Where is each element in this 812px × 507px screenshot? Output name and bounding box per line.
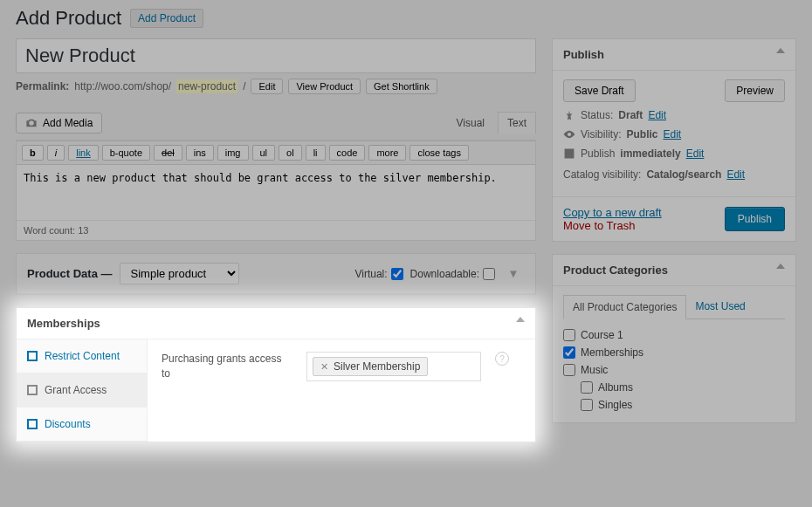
downloadable-checkbox[interactable] [483,268,495,280]
tab-discounts[interactable]: Discounts [17,408,147,442]
collapse-icon[interactable] [776,48,785,53]
tab-grant-access[interactable]: Grant Access [17,373,147,408]
qt-li[interactable]: li [306,145,326,161]
qt-del[interactable]: del [154,145,182,161]
panel-toggle-icon[interactable]: ▼ [502,267,525,280]
pin-icon [563,109,575,121]
edit-catalog-link[interactable]: Edit [726,168,745,181]
word-count: Word count: 13 [17,220,535,240]
qt-ins[interactable]: ins [186,145,214,161]
help-icon[interactable]: ? [495,352,509,366]
qt-more[interactable]: more [368,145,406,161]
page-title: Add Product [16,7,121,30]
add-product-button[interactable]: Add Product [130,9,203,28]
qt-code[interactable]: code [329,145,366,161]
permalink-base: http://woo.com/shop/ [74,80,171,92]
membership-token-input[interactable]: ✕ Silver Membership [306,352,481,381]
tab-visual[interactable]: Visual [447,112,494,134]
get-shortlink-button[interactable]: Get Shortlink [366,79,437,94]
cat-item[interactable]: Singles [581,396,785,414]
permalink-slug: new-product [176,79,237,93]
eye-icon [563,128,575,140]
product-data-label: Product Data — [27,267,113,280]
cat-item[interactable]: Albums [581,379,785,396]
qt-img[interactable]: img [217,145,249,161]
edit-slug-button[interactable]: Edit [251,79,283,94]
add-media-button[interactable]: Add Media [16,113,102,134]
tab-all-categories[interactable]: All Product Categories [563,295,686,319]
product-title-input[interactable] [16,38,536,73]
memberships-title: Memberships [27,317,100,330]
tab-most-used[interactable]: Most Used [686,295,754,319]
cat-checkbox[interactable] [581,381,593,394]
edit-visibility-link[interactable]: Edit [663,128,681,140]
camera-icon [25,117,38,129]
tab-restrict-content[interactable]: Restrict Content [17,339,147,373]
cat-checkbox[interactable] [563,364,575,376]
quicktags-toolbar: b i link b-quote del ins img ul ol li co… [17,140,535,165]
remove-token-icon[interactable]: ✕ [320,361,328,373]
downloadable-checkbox-wrap[interactable]: Downloadable: [410,268,495,280]
cat-item[interactable]: Music [563,361,785,379]
category-list: Course 1 Memberships Music Albums Single… [563,326,785,414]
edit-schedule-link[interactable]: Edit [686,147,705,160]
move-trash-link[interactable]: Move to Trash [563,219,635,232]
qt-ol[interactable]: ol [279,145,302,161]
qt-i[interactable]: i [47,145,65,161]
copy-draft-link[interactable]: Copy to a new draft [563,206,662,219]
virtual-checkbox[interactable] [391,268,403,280]
save-draft-button[interactable]: Save Draft [563,79,636,102]
cat-item[interactable]: Memberships [563,344,785,361]
square-icon [27,385,38,395]
qt-close[interactable]: close tags [409,145,469,161]
categories-title: Product Categories [563,264,668,277]
cat-checkbox[interactable] [563,346,575,359]
square-icon [27,351,38,361]
qt-link[interactable]: link [68,145,99,161]
collapse-icon[interactable] [516,317,525,322]
product-type-select[interactable]: Simple product [120,263,239,284]
collapse-icon[interactable] [776,264,785,269]
edit-status-link[interactable]: Edit [648,109,666,121]
cat-checkbox[interactable] [563,329,575,341]
qt-ul[interactable]: ul [252,145,276,161]
view-product-button[interactable]: View Product [288,79,361,94]
publish-button[interactable]: Publish [725,207,785,231]
qt-b[interactable]: b [22,145,44,161]
square-icon [27,419,38,429]
cat-checkbox[interactable] [581,399,593,411]
preview-button[interactable]: Preview [725,79,785,102]
qt-bquote[interactable]: b-quote [102,145,150,161]
tab-text[interactable]: Text [498,112,536,134]
calendar-icon [563,147,575,160]
content-textarea[interactable]: This is a new product that should be gra… [17,165,535,217]
publish-title: Publish [563,48,604,61]
cat-item[interactable]: Course 1 [563,326,785,344]
grant-access-label: Purchasing grants access to [162,352,292,381]
virtual-checkbox-wrap[interactable]: Virtual: [354,268,403,280]
permalink-label: Permalink: [16,80,69,92]
membership-token[interactable]: ✕ Silver Membership [313,357,428,376]
